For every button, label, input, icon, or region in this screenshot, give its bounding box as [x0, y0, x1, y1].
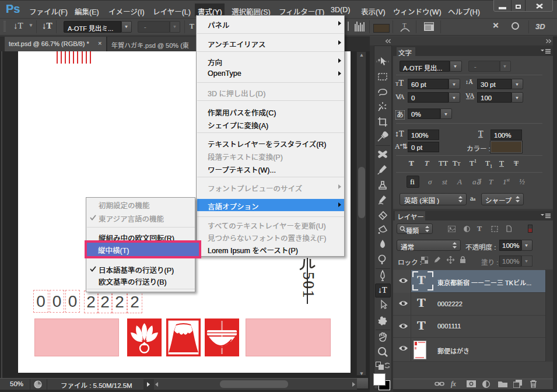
svg-text:T: T: [402, 22, 407, 29]
